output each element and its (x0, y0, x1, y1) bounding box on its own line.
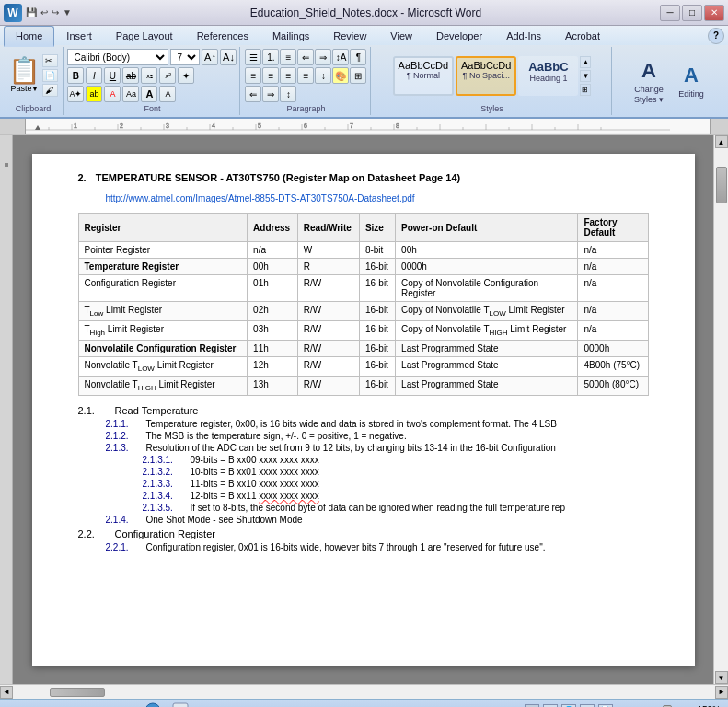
bullets-button[interactable]: ☰ (245, 49, 261, 65)
spell-check-icon[interactable]: ✓ (144, 702, 161, 708)
styles-more-button[interactable]: ⊞ (580, 84, 591, 96)
section-2-2-1: 2.2.1. Configuration register, 0x01 is 1… (106, 542, 649, 552)
editing-button[interactable]: A Editing (672, 60, 711, 102)
paragraph-label: Paragraph (248, 104, 364, 113)
quick-save-icon[interactable]: 💾 (26, 7, 37, 17)
draft-button[interactable]: 📄 (598, 704, 613, 708)
editing-icon: A (678, 63, 704, 88)
style-heading1-label: Heading 1 (524, 74, 572, 83)
cell-address: 01h (248, 275, 298, 302)
style-normal-label: ¶ Normal (399, 71, 448, 80)
tab-references[interactable]: References (185, 26, 260, 45)
outline-button[interactable]: ≡ (580, 704, 595, 708)
scroll-up-button[interactable]: ▲ (715, 135, 728, 148)
increase-indent-button[interactable]: ⇒ (315, 49, 331, 65)
section-2-1-3-1-number: 2.1.3.1. (143, 455, 183, 465)
tab-insert[interactable]: Insert (54, 26, 104, 45)
quick-access-dropdown[interactable]: ▼ (63, 7, 72, 17)
shading-button[interactable]: 🎨 (332, 67, 349, 84)
superscript-button[interactable]: x² (159, 67, 176, 84)
font-family-select[interactable]: Calibri (Body) (67, 49, 168, 65)
increase-indent2-button[interactable]: ⇒ (262, 86, 279, 102)
decrease-indent2-button[interactable]: ⇐ (245, 86, 261, 102)
font-size-select[interactable]: 7 (170, 49, 200, 65)
bold-button[interactable]: B (67, 67, 84, 84)
hscroll-thumb[interactable] (50, 688, 105, 697)
tab-developer[interactable]: Developer (424, 26, 494, 45)
change-case-button[interactable]: Aa (122, 86, 139, 102)
style-no-space[interactable]: AaBbCcDd ¶ No Spaci... (456, 56, 516, 96)
minimize-button[interactable]: ─ (660, 5, 680, 21)
paste-button[interactable]: 📋 Paste ▼ (8, 58, 40, 93)
tab-home[interactable]: Home (4, 26, 54, 47)
tab-review[interactable]: Review (321, 26, 378, 45)
ribbon-help-icon[interactable]: ? (708, 26, 724, 45)
full-screen-button[interactable]: ⊟ (543, 704, 558, 708)
align-center-button[interactable]: ≡ (262, 67, 279, 84)
status-left: Page: 2 of 7 Words: 3,723 ✓ W (7, 702, 189, 708)
styles-scroll-down[interactable]: ▼ (580, 70, 591, 82)
style-heading1[interactable]: AaBbC Heading 1 (518, 56, 578, 96)
strikethrough-button[interactable]: ab (122, 67, 139, 84)
print-layout-button[interactable]: ▣ (525, 704, 539, 708)
multilevel-list-button[interactable]: ≡ (280, 49, 296, 65)
close-button[interactable]: ✕ (704, 5, 724, 21)
shrink-font-button[interactable]: A (159, 86, 176, 102)
line-spacing-button[interactable]: ↕ (315, 67, 331, 84)
borders-button[interactable]: ⊞ (350, 67, 366, 84)
ruler-svg: 1 2 3 4 5 6 7 8 (26, 119, 710, 133)
subscript-button[interactable]: x₂ (141, 67, 157, 84)
font-color-button[interactable]: A (104, 86, 121, 102)
change-styles-button[interactable]: A ChangeStyles ▾ (628, 55, 670, 108)
vertical-scrollbar[interactable]: ▲ ▼ (713, 135, 728, 684)
tab-view[interactable]: View (378, 26, 424, 45)
scroll-thumb[interactable] (716, 167, 727, 203)
hscroll-left-button[interactable]: ◄ (0, 686, 13, 699)
tab-acrobat[interactable]: Acrobat (553, 26, 612, 45)
grow-font-button[interactable]: A (141, 86, 157, 102)
cut-button[interactable]: ✂ (42, 54, 58, 67)
numbering-button[interactable]: 1. (262, 49, 279, 65)
section-link-text[interactable]: http://www.atmel.com/Images/Atmel-8855-D… (106, 193, 415, 203)
italic-button[interactable]: I (86, 67, 102, 84)
tab-add-ins[interactable]: Add-Ins (494, 26, 553, 45)
align-left-button[interactable]: ≡ (245, 67, 261, 84)
horizontal-scrollbar[interactable]: ◄ ► (0, 684, 728, 699)
copy-button[interactable]: 📄 (42, 69, 58, 82)
hscroll-right-button[interactable]: ► (715, 686, 728, 699)
document-content[interactable]: 2. TEMPERATURE SENSOR - AT30TS750 (Regis… (13, 135, 713, 684)
styles-scroll-up[interactable]: ▲ (580, 56, 591, 68)
redo-icon[interactable]: ↪ (52, 7, 59, 17)
decrease-font-button[interactable]: A↓ (220, 49, 237, 65)
ruler: 1 2 3 4 5 6 7 8 (0, 119, 728, 135)
tab-mailings[interactable]: Mailings (260, 26, 321, 45)
text-effects-button[interactable]: A✦ (67, 86, 84, 102)
align-right-button[interactable]: ≡ (280, 67, 296, 84)
style-nospace-label: ¶ No Spaci... (461, 71, 511, 80)
increase-font-button[interactable]: A↑ (202, 49, 218, 65)
underline-button[interactable]: U (104, 67, 121, 84)
cell-size: 8-bit (359, 242, 395, 259)
decrease-indent-button[interactable]: ⇐ (297, 49, 314, 65)
sort2-button[interactable]: ↕ (280, 86, 296, 102)
clipboard-group: 📋 Paste ▼ ✂ 📄 🖌 Clipboard (4, 47, 64, 115)
cell-register: Nonvolatile TLOW Limit Register (78, 357, 248, 377)
style-items: AaBbCcDd ¶ Normal AaBbCcDd ¶ No Spaci...… (393, 56, 592, 96)
text-highlight-button[interactable]: ab (86, 86, 102, 102)
show-formatting-button[interactable]: ¶ (350, 49, 366, 65)
format-painter-button[interactable]: 🖌 (42, 84, 58, 97)
web-layout-button[interactable]: 🌐 (561, 704, 576, 708)
maximize-button[interactable]: □ (682, 5, 702, 21)
undo-icon[interactable]: ↩ (40, 7, 48, 17)
sort-button[interactable]: ↕A (332, 49, 349, 65)
clear-format-button[interactable]: ✦ (178, 67, 194, 84)
th-power-on-default: Power-on Default (396, 214, 578, 242)
section-2-1-number: 2.1. (78, 405, 106, 416)
cell-register: Pointer Register (78, 242, 248, 259)
style-normal[interactable]: AaBbCcDd ¶ Normal (393, 56, 454, 96)
justify-button[interactable]: ≡ (297, 67, 314, 84)
word-count-icon[interactable]: W (172, 702, 189, 708)
tab-page-layout[interactable]: Page Layout (104, 26, 185, 45)
scroll-down-button[interactable]: ▼ (715, 671, 728, 684)
svg-rect-0 (26, 119, 710, 133)
